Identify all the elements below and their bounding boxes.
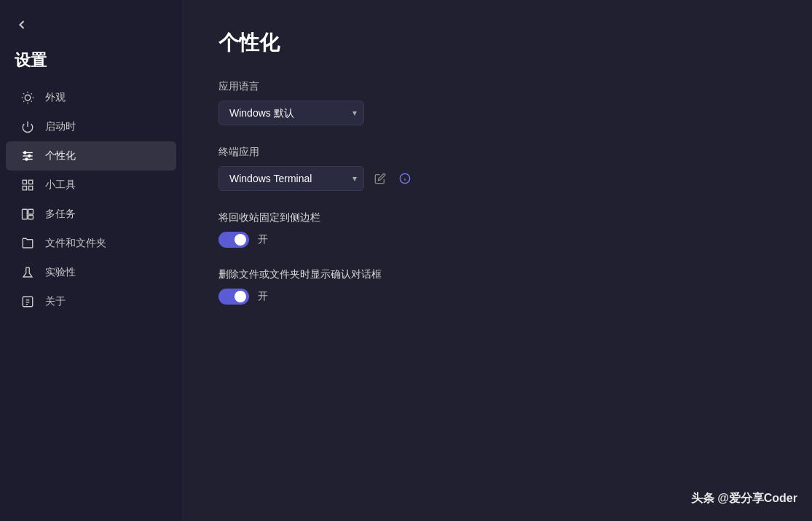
delete-confirm-section: 删除文件或文件夹时显示确认对话框 开	[218, 268, 776, 305]
svg-point-15	[25, 158, 28, 160]
terminal-app-select[interactable]: Windows Terminal	[218, 166, 364, 191]
sidebar: 设置 外观 启动时	[0, 0, 182, 521]
svg-rect-20	[23, 209, 28, 219]
main-content: 个性化 应用语言 Windows 默认 ▾ 终端应用 Windows Termi…	[182, 0, 812, 521]
sidebar-label-about: 关于	[45, 295, 66, 308]
delete-confirm-toggle[interactable]	[218, 289, 249, 305]
startup-icon	[20, 120, 35, 134]
svg-point-0	[25, 95, 31, 101]
experimental-icon	[20, 265, 35, 280]
appearance-icon	[20, 90, 35, 105]
delete-confirm-slider	[218, 289, 249, 305]
app-language-dropdown-wrapper: Windows 默认 ▾	[218, 101, 776, 125]
pin-recycle-toggle-label: 开	[258, 233, 268, 246]
sidebar-item-about[interactable]: 关于	[6, 287, 176, 316]
svg-rect-24	[23, 297, 33, 307]
edit-terminal-button[interactable]	[371, 170, 389, 187]
svg-line-4	[31, 101, 32, 102]
sidebar-label-multitask: 多任务	[45, 208, 76, 221]
page-title: 个性化	[218, 29, 776, 57]
svg-point-13	[24, 152, 26, 154]
files-icon	[20, 236, 35, 251]
personalization-icon	[20, 149, 35, 163]
app-language-select[interactable]: Windows 默认	[218, 101, 364, 125]
svg-point-14	[28, 155, 31, 157]
sidebar-label-personalization: 个性化	[45, 149, 76, 162]
svg-line-8	[31, 93, 32, 94]
svg-rect-19	[29, 187, 33, 190]
delete-confirm-toggle-row: 开	[218, 289, 776, 305]
sidebar-label-appearance: 外观	[45, 91, 66, 104]
svg-rect-17	[29, 180, 33, 184]
terminal-app-dropdown-container: Windows Terminal ▾	[218, 166, 364, 191]
widgets-icon	[20, 178, 35, 192]
sidebar-label-widgets: 小工具	[45, 179, 76, 192]
pin-recycle-section: 将回收站固定到侧边栏 开	[218, 211, 776, 248]
info-terminal-button[interactable]	[396, 170, 414, 187]
back-button[interactable]	[0, 12, 182, 38]
settings-title: 设置	[0, 44, 182, 83]
delete-confirm-toggle-label: 开	[258, 290, 268, 303]
delete-confirm-label: 删除文件或文件夹时显示确认对话框	[218, 268, 776, 281]
terminal-app-dropdown-wrapper: Windows Terminal ▾	[218, 166, 776, 191]
app-language-dropdown-container: Windows 默认 ▾	[218, 101, 364, 125]
about-icon	[20, 294, 35, 309]
pin-recycle-label: 将回收站固定到侧边栏	[218, 211, 776, 224]
sidebar-item-widgets[interactable]: 小工具	[6, 171, 176, 200]
sidebar-item-files[interactable]: 文件和文件夹	[6, 229, 176, 258]
sidebar-label-files: 文件和文件夹	[45, 237, 106, 250]
svg-rect-16	[23, 180, 26, 184]
sidebar-label-experimental: 实验性	[45, 266, 76, 279]
pin-recycle-slider	[218, 232, 249, 248]
pin-recycle-toggle-row: 开	[218, 232, 776, 248]
multitask-icon	[20, 207, 35, 222]
sidebar-item-multitask[interactable]: 多任务	[6, 200, 176, 229]
app-language-section: 应用语言 Windows 默认 ▾	[218, 80, 776, 125]
app-language-label: 应用语言	[218, 80, 776, 93]
pin-recycle-toggle[interactable]	[218, 232, 249, 248]
svg-line-3	[23, 93, 24, 94]
watermark: 头条 @爱分享Coder	[691, 491, 797, 506]
terminal-app-label: 终端应用	[218, 146, 776, 159]
svg-rect-21	[28, 209, 33, 214]
terminal-app-section: 终端应用 Windows Terminal ▾	[218, 146, 776, 191]
sidebar-item-startup[interactable]: 启动时	[6, 112, 176, 141]
sidebar-label-startup: 启动时	[45, 120, 76, 133]
svg-rect-22	[28, 216, 33, 219]
sidebar-item-personalization[interactable]: 个性化	[6, 141, 176, 171]
svg-rect-18	[23, 187, 26, 190]
sidebar-item-experimental[interactable]: 实验性	[6, 258, 176, 287]
sidebar-item-appearance[interactable]: 外观	[6, 83, 176, 112]
svg-line-7	[23, 101, 24, 102]
